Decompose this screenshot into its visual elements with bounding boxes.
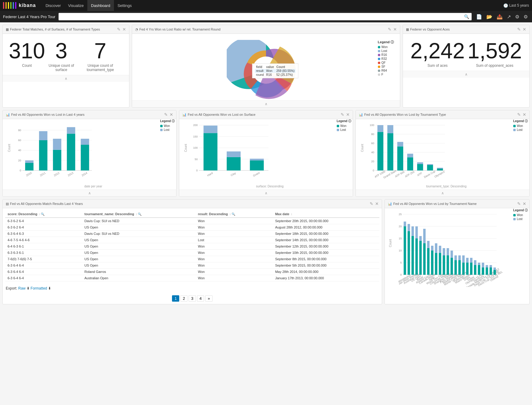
col-search-icon[interactable]: 🔍 [138, 212, 141, 216]
svg-rect-158 [486, 265, 488, 267]
close-icon[interactable]: ✕ [346, 112, 350, 117]
bar-years-chevron[interactable]: ∧ [88, 191, 91, 195]
svg-rect-112 [427, 248, 430, 275]
close-icon[interactable]: ✕ [375, 201, 379, 206]
aces-label: Sum of aces [410, 63, 465, 68]
col-search-icon[interactable]: 🔍 [41, 212, 44, 216]
svg-rect-97 [407, 231, 410, 275]
options-icon[interactable]: ⚙ [514, 13, 521, 20]
svg-rect-146 [470, 258, 472, 263]
close-icon[interactable]: ✕ [170, 112, 173, 117]
aces-panel-header: ▦ Federer vs Opponent Aces ✎ ✕ [403, 25, 529, 34]
page-next-btn[interactable]: » [205, 295, 212, 302]
edit-icon[interactable]: ✎ [164, 112, 168, 117]
bar-tournament-chart: Legend ⓘ Won Lost 020406080100ATP 1000Gr… [356, 119, 529, 190]
raw-export-link[interactable]: Raw [18, 286, 25, 290]
svg-rect-41 [227, 157, 241, 170]
svg-rect-160 [490, 267, 492, 275]
svg-text:100: 100 [193, 146, 198, 149]
page-3-btn[interactable]: 3 [189, 295, 196, 302]
table-panel-title: ▤ Fed vs All Opponents Match Results Las… [6, 202, 83, 206]
bar-tourney-name-actions: ✎ ✕ [517, 201, 526, 206]
formatted-export-link[interactable]: Formatted [31, 286, 47, 290]
bar-surface-chevron[interactable]: ∧ [265, 191, 268, 195]
legend-qf: QF [378, 61, 394, 64]
svg-rect-107 [419, 236, 422, 241]
bar-years-y-label: Count [8, 144, 11, 152]
page-1-btn[interactable]: 1 [172, 295, 179, 302]
save-icon[interactable]: 📄 [475, 13, 483, 20]
close-icon[interactable]: ✕ [122, 27, 126, 32]
svg-text:0: 0 [196, 169, 198, 172]
table-row: 4-6 7-5 4-6 4-6US OpenLostSeptember 14th… [5, 237, 379, 243]
export-bar: Export: Raw ⬇ Formatted ⬇ [3, 284, 382, 293]
row-1: ▦ Federer Total Matches, # of Surfaces, … [2, 25, 530, 108]
search-bar[interactable]: 🔍 [58, 13, 472, 21]
metric-panel-body: 310 Count 3 Unique count of surface 7 Un… [3, 34, 129, 75]
edit-icon[interactable]: ✎ [517, 112, 521, 117]
bar-tournament-legend: Legend ⓘ Won Lost [513, 119, 528, 132]
page-4-btn[interactable]: 4 [197, 295, 204, 302]
aces-collapse-chevron[interactable]: ∧ [465, 72, 468, 76]
donut-chart: fieldvalueCount resultWon259 (83.55%) ro… [135, 37, 397, 103]
logo-bar-5 [13, 2, 14, 9]
close-icon[interactable]: ✕ [523, 112, 526, 117]
edit-icon[interactable]: ✎ [341, 112, 344, 117]
svg-rect-78 [437, 169, 443, 170]
close-icon[interactable]: ✕ [393, 27, 397, 32]
col-search-icon[interactable]: 🔍 [232, 212, 235, 216]
settings-icon[interactable]: ⚙ [522, 13, 529, 20]
sort-icon[interactable]: ↕ [229, 212, 231, 216]
svg-rect-73 [417, 162, 423, 164]
svg-rect-66 [397, 147, 403, 171]
edit-icon[interactable]: ✎ [117, 27, 121, 32]
svg-rect-140 [462, 255, 465, 263]
nav-settings[interactable]: Settings [114, 0, 135, 11]
load-icon[interactable]: 📂 [485, 13, 494, 20]
page-2-btn[interactable]: 2 [180, 295, 187, 302]
collapse-chevron[interactable]: ∧ [65, 76, 67, 81]
share-icon[interactable]: 📤 [495, 13, 504, 20]
svg-rect-44 [250, 160, 264, 170]
table-panel-header: ▤ Fed vs All Opponents Match Results Las… [3, 199, 382, 208]
logo-bar-1 [3, 2, 4, 9]
sort-icon[interactable]: ↕ [39, 212, 40, 216]
edit-icon[interactable]: ✎ [517, 201, 521, 206]
app-name: kibana [19, 3, 36, 8]
svg-text:200: 200 [193, 124, 198, 127]
table-panel: ▤ Fed vs All Opponents Match Results Las… [2, 199, 382, 304]
svg-rect-94 [404, 226, 406, 275]
svg-text:50: 50 [195, 158, 198, 161]
col-result: result: Descending ↕🔍 [196, 211, 273, 218]
table-body: 6-3 6-2 6-4Davis Cup: SUI vs NEDWonSepte… [5, 218, 379, 281]
svg-rect-106 [419, 241, 422, 275]
svg-text:10: 10 [399, 249, 402, 252]
svg-rect-152 [478, 263, 480, 265]
nav-visualize[interactable]: Visualize [64, 0, 87, 11]
close-icon[interactable]: ✕ [523, 201, 526, 206]
metric-count-value: 310 [9, 40, 45, 62]
donut-panel: ◔ Fed 4 Yrs Won vs Lost Ratio w/ rel. To… [132, 25, 400, 108]
logo-bar-2 [5, 2, 7, 9]
edit-icon[interactable]: ✎ [517, 27, 521, 32]
nav-dashboard[interactable]: Dashboard [87, 0, 114, 11]
search-input[interactable] [61, 15, 464, 19]
bar-surface-panel: 📊 Fed vs All Opponents Won vs Lost on Su… [179, 110, 353, 197]
sort-icon[interactable]: ↕ [291, 212, 292, 216]
table-panel-body: score: Descending ↕🔍 tournament_name: De… [3, 208, 382, 284]
nav-discover[interactable]: Discover [42, 0, 65, 11]
donut-panel-actions: ✎ ✕ [388, 27, 397, 32]
donut-svg [227, 40, 305, 100]
metric-surface-value: 3 [45, 40, 77, 62]
bar-surface-legend: Legend ⓘ Won Lost [337, 119, 351, 132]
svg-text:0: 0 [400, 273, 402, 276]
edit-icon[interactable]: ✎ [388, 27, 391, 32]
svg-rect-75 [427, 165, 433, 170]
svg-rect-151 [478, 265, 480, 275]
link-icon[interactable]: ↗ [506, 13, 512, 20]
close-icon[interactable]: ✕ [523, 27, 526, 32]
bar-years-footer: ∧ [3, 190, 176, 196]
edit-icon[interactable]: ✎ [370, 201, 373, 206]
bar-tournament-chevron[interactable]: ∧ [441, 191, 444, 195]
sort-icon[interactable]: ↕ [136, 212, 137, 216]
